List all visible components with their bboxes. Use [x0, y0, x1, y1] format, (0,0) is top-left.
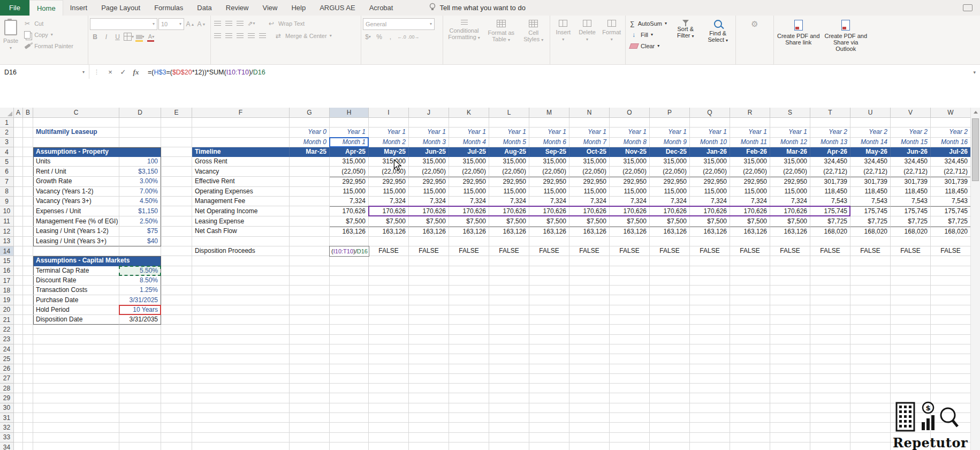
cell-R28[interactable]	[730, 384, 770, 393]
cell-N1[interactable]	[569, 118, 610, 128]
cell-O6[interactable]: (22,050)	[610, 167, 650, 176]
cell-B31[interactable]	[23, 413, 33, 423]
cell-N29[interactable]	[569, 393, 610, 403]
cell-F16[interactable]	[192, 266, 290, 276]
row-header-18[interactable]: 18	[0, 286, 14, 295]
cell-H25[interactable]	[330, 354, 369, 364]
cell-H15[interactable]	[330, 256, 369, 266]
cut-button[interactable]: ✂Cut	[21, 18, 75, 29]
cell-I19[interactable]	[369, 295, 409, 305]
cell-M8[interactable]: 115,000	[529, 187, 569, 197]
cell-I9[interactable]: 7,324	[369, 197, 409, 206]
column-header-D[interactable]: D	[119, 108, 161, 118]
cell-N19[interactable]	[569, 295, 610, 305]
cell-A30[interactable]	[14, 403, 23, 413]
cell-M7[interactable]: 292,950	[529, 177, 569, 187]
cell-S33[interactable]	[770, 433, 810, 442]
cell-C19[interactable]: Purchase Date	[33, 295, 119, 305]
row-header-34[interactable]: 34	[0, 442, 14, 450]
cell-J29[interactable]	[409, 393, 449, 403]
column-header-P[interactable]: P	[650, 108, 690, 118]
cell-D2[interactable]	[119, 128, 161, 137]
cell-S28[interactable]	[770, 384, 810, 393]
cell-K15[interactable]	[449, 256, 489, 266]
cell-T21[interactable]	[810, 315, 850, 325]
cell-T17[interactable]	[810, 276, 850, 286]
formula-bar-extension[interactable]	[0, 79, 980, 108]
cell-U2[interactable]: Year 2	[850, 128, 891, 137]
cell-F32[interactable]	[192, 423, 290, 432]
cell-E31[interactable]	[161, 413, 192, 423]
cell-I15[interactable]	[369, 256, 409, 266]
cell-M31[interactable]	[529, 413, 569, 423]
cell-B5[interactable]	[23, 157, 33, 167]
cell-R15[interactable]	[730, 256, 770, 266]
cell-N17[interactable]	[569, 276, 610, 286]
cell-U27[interactable]	[850, 374, 891, 384]
comma-style-button[interactable]: ,	[385, 32, 396, 42]
cell-H9[interactable]: 7,324	[330, 197, 369, 206]
ribbon-tab-home[interactable]: Home	[29, 0, 63, 16]
cell-D3[interactable]	[119, 138, 161, 147]
cell-N26[interactable]	[569, 364, 610, 374]
cell-G26[interactable]	[290, 364, 330, 374]
cell-S14[interactable]: FALSE	[770, 246, 810, 256]
cell-O21[interactable]	[610, 315, 650, 325]
cell-K17[interactable]	[449, 276, 489, 286]
cell-C5[interactable]: Units	[33, 157, 119, 167]
cell-H34[interactable]	[330, 442, 369, 450]
cell-D27[interactable]	[119, 374, 161, 384]
cell-J5[interactable]: 315,000	[409, 157, 449, 167]
cell-O32[interactable]	[610, 423, 650, 432]
number-format-select[interactable]: General▾	[363, 18, 435, 30]
cell-G28[interactable]	[290, 384, 330, 393]
cell-C22[interactable]	[33, 325, 119, 334]
cell-N32[interactable]	[569, 423, 610, 432]
cell-D7[interactable]: 3.00%	[119, 177, 161, 187]
wrap-text-button[interactable]: ↩Wrap Text	[265, 18, 307, 29]
cell-I21[interactable]	[369, 315, 409, 325]
cell-M18[interactable]	[529, 286, 569, 295]
cell-G3[interactable]: Month 0	[290, 138, 330, 147]
cell-M26[interactable]	[529, 364, 569, 374]
cell-C8[interactable]: Vacancy (Years 1-2)	[33, 187, 119, 197]
cell-M19[interactable]	[529, 295, 569, 305]
cell-G25[interactable]	[290, 354, 330, 364]
cell-D34[interactable]	[119, 442, 161, 450]
column-header-U[interactable]: U	[850, 108, 891, 118]
cell-N21[interactable]	[569, 315, 610, 325]
cell-P22[interactable]	[650, 325, 690, 334]
cell-A32[interactable]	[14, 423, 23, 432]
cell-N8[interactable]: 115,000	[569, 187, 610, 197]
cell-P29[interactable]	[650, 393, 690, 403]
cell-A23[interactable]	[14, 335, 23, 344]
cell-S6[interactable]: (22,050)	[770, 167, 810, 176]
font-name-select[interactable]: ▾	[90, 18, 157, 30]
cell-W9[interactable]: 7,543	[931, 197, 971, 206]
cell-A20[interactable]	[14, 305, 23, 315]
cell-Q4[interactable]: Jan-26	[690, 147, 730, 157]
cell-F28[interactable]	[192, 384, 290, 393]
cell-R1[interactable]	[730, 118, 770, 128]
cell-K28[interactable]	[449, 384, 489, 393]
cell-W17[interactable]	[931, 276, 971, 286]
cell-C17[interactable]: Discount Rate	[33, 276, 119, 286]
cell-E9[interactable]	[161, 197, 192, 206]
cell-M20[interactable]	[529, 305, 569, 315]
cell-R5[interactable]: 315,000	[730, 157, 770, 167]
cell-Q34[interactable]	[690, 442, 730, 450]
cell-S32[interactable]	[770, 423, 810, 432]
cell-A26[interactable]	[14, 364, 23, 374]
cell-A27[interactable]	[14, 374, 23, 384]
cell-M17[interactable]	[529, 276, 569, 286]
cell-N3[interactable]: Month 7	[569, 138, 610, 147]
cell-J21[interactable]	[409, 315, 449, 325]
cell-C31[interactable]	[33, 413, 119, 423]
cell-B30[interactable]	[23, 403, 33, 413]
cell-M9[interactable]: 7,324	[529, 197, 569, 206]
cell-B16[interactable]	[23, 266, 33, 276]
cell-N27[interactable]	[569, 374, 610, 384]
cell-C1[interactable]	[33, 118, 119, 128]
cell-R21[interactable]	[730, 315, 770, 325]
cell-K32[interactable]	[449, 423, 489, 432]
